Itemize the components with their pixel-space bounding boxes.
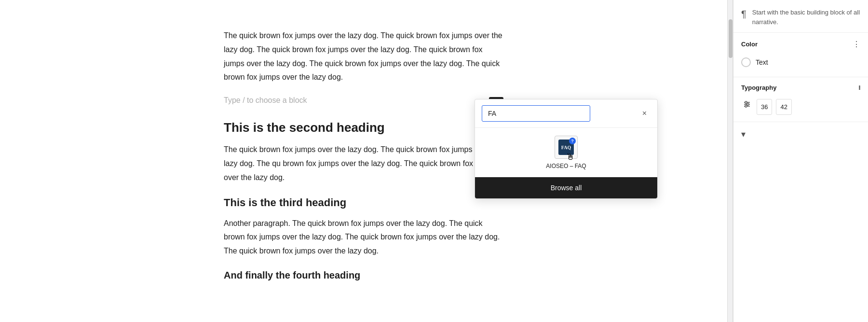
- editor-area: The quick brown fox jumps over the lazy …: [0, 0, 727, 322]
- typography-section-title: Typography: [741, 84, 776, 91]
- search-wrapper: ×: [482, 105, 651, 122]
- inserter-results: FAQ ? 🖱 AIOSEO – FAQ: [475, 128, 657, 177]
- heading-2[interactable]: This is the second heading: [224, 120, 503, 135]
- paragraph-2[interactable]: The quick brown fox jumps over the lazy …: [224, 143, 503, 184]
- faq-icon-text: FAQ: [561, 145, 571, 150]
- paragraph-icon: ¶: [741, 9, 746, 20]
- color-section-title: Color: [741, 41, 758, 48]
- svg-point-3: [745, 101, 747, 103]
- font-size-row: 36 42: [741, 95, 860, 115]
- sidebar-description-section: ¶ Start with the basic building block of…: [733, 0, 868, 33]
- svg-point-5: [745, 105, 747, 107]
- aioseo-faq-item[interactable]: FAQ ? 🖱 AIOSEO – FAQ: [546, 136, 586, 169]
- typography-more-button[interactable]: [859, 85, 860, 90]
- paragraph-3[interactable]: Another paragraph. The quick brown fox j…: [224, 217, 503, 258]
- scrollbar-area: [727, 0, 733, 322]
- aioseo-faq-icon: FAQ ? 🖱: [555, 136, 578, 159]
- editor-content: The quick brown fox jumps over the lazy …: [147, 0, 581, 318]
- type-slash-row: Type / to choose a block +: [224, 96, 503, 112]
- type-slash-hint[interactable]: Type / to choose a block: [224, 96, 307, 105]
- right-sidebar: ¶ Start with the basic building block of…: [733, 0, 868, 322]
- color-more-button[interactable]: ⋮: [853, 40, 860, 49]
- color-radio-text[interactable]: [741, 57, 751, 67]
- color-option-label: Text: [756, 58, 768, 66]
- sidebar-description-text: Start with the basic building block of a…: [752, 8, 860, 27]
- appearance-chevron-button[interactable]: ▾: [741, 129, 746, 140]
- block-inserter-popup: × FAQ ? 🖱 AIOSEO – FAQ Browse all: [475, 99, 658, 199]
- typography-slider-button[interactable]: [741, 98, 753, 112]
- typography-header: Typography: [741, 84, 860, 91]
- sidebar-appearance-section: ▾: [733, 122, 868, 146]
- inserter-search-area: ×: [475, 99, 657, 128]
- cursor-indicator: 🖱: [566, 152, 575, 162]
- font-size-42[interactable]: 42: [776, 99, 791, 115]
- sidebar-color-section: Color ⋮ Text: [733, 33, 868, 77]
- clear-search-button[interactable]: ×: [642, 110, 647, 117]
- aioseo-faq-label: AIOSEO – FAQ: [546, 163, 586, 169]
- font-size-36[interactable]: 36: [757, 99, 772, 115]
- appearance-row: ▾: [741, 129, 860, 140]
- heading-4[interactable]: And finally the fourth heading: [224, 270, 503, 281]
- faq-question-mark: ?: [569, 138, 576, 144]
- color-text-option[interactable]: Text: [741, 55, 860, 70]
- heading-3[interactable]: This is the third heading: [224, 196, 503, 209]
- sliders-icon: [743, 100, 751, 108]
- sidebar-typography-section: Typography 36 42: [733, 77, 868, 122]
- browse-all-button[interactable]: Browse all: [475, 177, 657, 198]
- font-size-controls: 36 42: [757, 99, 792, 115]
- paragraph-1[interactable]: The quick brown fox jumps over the lazy …: [224, 29, 503, 84]
- svg-point-4: [747, 103, 749, 105]
- color-section-header: Color ⋮: [741, 40, 860, 49]
- block-search-input[interactable]: [482, 105, 590, 122]
- scrollbar-thumb[interactable]: [729, 19, 732, 58]
- dot-3: [859, 88, 860, 90]
